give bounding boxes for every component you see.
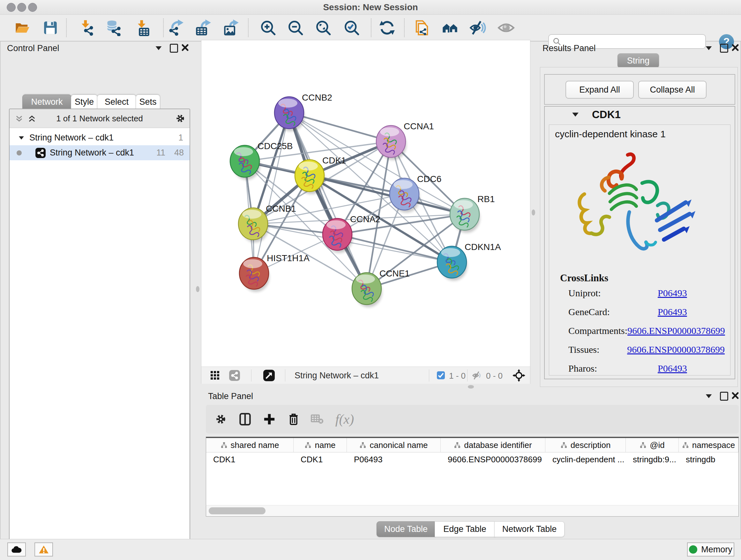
table-cell[interactable]: CDK1 <box>293 452 347 466</box>
column-header-name[interactable]: name <box>293 438 347 452</box>
column-header-description[interactable]: description <box>545 438 626 452</box>
zoom-out-button[interactable] <box>286 19 305 37</box>
show-hide-graphics-button[interactable] <box>497 19 515 37</box>
warning-icon <box>39 545 49 554</box>
network-node-HIST1H1A[interactable]: HIST1H1A <box>239 253 310 292</box>
network-edge[interactable] <box>337 234 452 262</box>
network-node-CCNE1[interactable]: CCNE1 <box>352 268 410 307</box>
float-panel-icon[interactable] <box>170 44 178 53</box>
node-label: CDC25B <box>258 141 293 151</box>
network-node-CCNB1[interactable]: CCNB1 <box>239 204 296 242</box>
tab-network[interactable]: Network <box>22 95 71 110</box>
network-canvas[interactable]: CCNB2CCNA1CDC25BCDK1CDC6RB1CCNB1CCNA2CDK… <box>201 40 530 366</box>
show-columns-button[interactable] <box>238 412 253 427</box>
tab-sets[interactable]: Sets <box>136 95 160 110</box>
clone-network-button[interactable] <box>413 19 431 37</box>
float-panel-icon[interactable] <box>720 44 728 53</box>
table-row[interactable]: CDK1CDK1P064939606.ENSP00000378699cyclin… <box>206 452 738 466</box>
save-floppy-icon <box>43 20 58 36</box>
tab-select[interactable]: Select <box>97 95 136 110</box>
table-settings-button[interactable] <box>213 412 228 427</box>
scrollbar-thumb[interactable] <box>209 507 266 514</box>
zoom-in-button[interactable] <box>259 19 277 37</box>
save-session-button[interactable] <box>42 19 59 37</box>
network-node-RB1[interactable]: RB1 <box>450 194 495 233</box>
tab-node-table[interactable]: Node Table <box>377 521 435 537</box>
export-network-button[interactable] <box>167 19 185 37</box>
splitter-handle[interactable] <box>196 286 199 292</box>
expand-all-button[interactable]: Expand All <box>565 81 634 99</box>
network-node-CDKN1A[interactable]: CDKN1A <box>437 242 501 281</box>
memory-button[interactable]: Memory <box>687 543 734 557</box>
export-image-button[interactable] <box>222 19 240 37</box>
table-cell[interactable]: stringdb:9... <box>626 452 679 466</box>
apply-layout-button[interactable] <box>378 19 396 37</box>
column-header-shared-name[interactable]: shared name <box>206 438 293 452</box>
import-network-file-button[interactable] <box>77 19 95 37</box>
tab-network-table[interactable]: Network Table <box>494 521 564 537</box>
network-node-CDK1[interactable]: CDK1 <box>295 155 346 194</box>
function-builder-button[interactable]: f(x) <box>332 412 357 427</box>
table-cell[interactable]: stringdb <box>679 452 738 466</box>
plus-icon <box>263 413 275 425</box>
network-node-CCNA1[interactable]: CCNA1 <box>376 121 434 160</box>
network-edge[interactable] <box>254 113 289 273</box>
gear-icon[interactable] <box>175 113 186 124</box>
panel-menu-icon[interactable] <box>706 394 712 398</box>
crosslink-link[interactable]: 9606.ENSP00000378699 <box>627 325 725 336</box>
splitter-handle[interactable] <box>532 209 535 215</box>
network-view-icon[interactable] <box>229 370 240 381</box>
tree-collection-row[interactable]: String Network – cdk1 1 <box>10 130 190 145</box>
section-expander-icon[interactable] <box>572 113 579 117</box>
zoom-fit-content-button[interactable] <box>314 19 332 37</box>
close-panel-icon[interactable] <box>731 392 739 399</box>
crosslink-link[interactable]: P06493 <box>658 363 687 374</box>
table-horizontal-scrollbar[interactable] <box>206 505 739 516</box>
delete-column-button[interactable] <box>286 412 301 427</box>
collapse-all-button[interactable]: Collapse All <box>638 81 706 99</box>
table-cell[interactable]: P06493 <box>347 452 441 466</box>
eye-icon <box>497 19 515 37</box>
column-header-namespace[interactable]: namespace <box>679 438 738 452</box>
panel-menu-icon[interactable] <box>706 46 712 50</box>
table-cell[interactable]: CDK1 <box>206 452 293 466</box>
table-toolbar: f(x) <box>206 405 739 434</box>
table-cell[interactable]: 9606.ENSP00000378699 <box>441 452 545 466</box>
panel-menu-icon[interactable] <box>156 46 162 50</box>
tree-network-row[interactable]: String Network – cdk1 11 48 <box>10 145 190 160</box>
results-panel-title: Results Panel <box>542 44 596 53</box>
detach-view-icon[interactable] <box>263 369 275 382</box>
crosslink-link[interactable]: P06493 <box>658 307 687 317</box>
crosslink-link[interactable]: 9606.ENSP00000378699 <box>627 344 725 355</box>
delete-table-button[interactable] <box>310 412 325 427</box>
crosslink-link[interactable]: P06493 <box>658 288 687 299</box>
first-neighbors-button[interactable] <box>441 19 459 37</box>
tab-edge-table[interactable]: Edge Table <box>434 521 495 537</box>
column-header-canonical-name[interactable]: canonical name <box>347 438 441 452</box>
tab-string[interactable]: String <box>617 53 659 68</box>
export-table-button[interactable] <box>194 19 212 37</box>
column-header--id[interactable]: @id <box>626 438 679 452</box>
divider <box>285 369 285 381</box>
table-cell[interactable]: cyclin-dependent ... <box>545 452 626 466</box>
tab-style[interactable]: Style <box>71 95 98 110</box>
column-header-database-identifier[interactable]: database identifier <box>441 438 545 452</box>
open-session-button[interactable] <box>13 19 31 37</box>
close-panel-icon[interactable] <box>731 44 739 51</box>
float-panel-icon[interactable] <box>720 392 728 401</box>
grid-view-icon[interactable] <box>210 371 220 380</box>
zoom-selected-button[interactable] <box>343 19 360 37</box>
hide-annotations-button[interactable] <box>469 19 487 37</box>
warnings-button[interactable] <box>35 543 53 557</box>
splitter-handle[interactable] <box>468 385 474 388</box>
birds-eye-toggle-icon[interactable] <box>513 369 525 382</box>
tree-expander-icon[interactable] <box>19 136 24 139</box>
create-column-button[interactable] <box>262 412 277 427</box>
network-view-title: String Network – cdk1 <box>294 371 379 381</box>
selected-checkbox-icon[interactable] <box>436 371 445 380</box>
cloud-status-button[interactable] <box>7 543 26 557</box>
results-buttons-box: Expand All Collapse All <box>544 74 735 105</box>
import-table-file-button[interactable] <box>133 19 151 37</box>
import-network-database-button[interactable] <box>105 19 122 37</box>
close-panel-icon[interactable] <box>181 44 189 51</box>
